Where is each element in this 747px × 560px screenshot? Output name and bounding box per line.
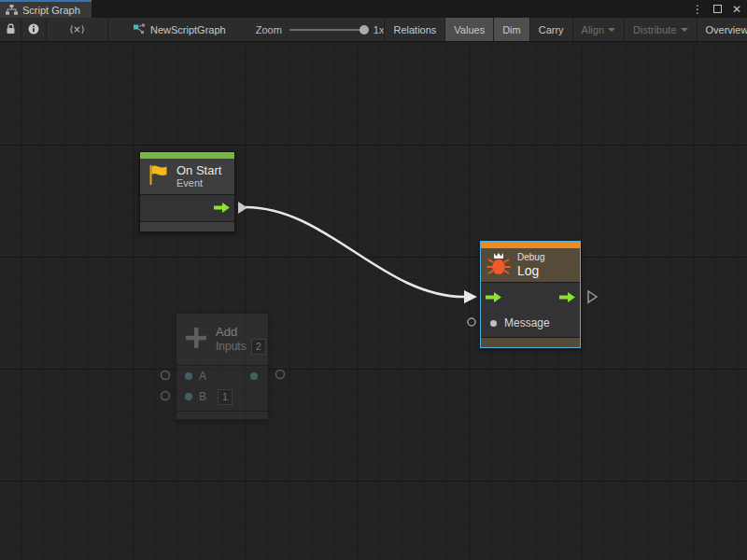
wire-arrowhead: [464, 290, 477, 303]
carry-toggle[interactable]: Carry: [529, 18, 572, 41]
on-start-footer: [140, 221, 234, 231]
tab-script-graph[interactable]: Script Graph: [0, 0, 92, 18]
code-icon: ⟨×⟩: [69, 24, 84, 35]
add-input-b-port[interactable]: [162, 392, 170, 400]
lock-icon: [6, 23, 16, 36]
close-icon[interactable]: ✕: [732, 4, 741, 15]
add-footer: [176, 411, 268, 419]
flag-icon: [146, 162, 170, 191]
on-start-accent-bar: [140, 152, 234, 159]
on-start-title: On Start: [176, 163, 221, 177]
overview-button[interactable]: Overview: [697, 18, 747, 41]
add-input-a-port[interactable]: [162, 371, 170, 380]
chevron-down-icon: [681, 28, 688, 32]
on-start-output-port[interactable]: [238, 202, 247, 214]
on-start-header[interactable]: On Start Event: [140, 159, 234, 194]
connection-wire[interactable]: [246, 207, 464, 297]
port-a-label: A: [199, 370, 206, 383]
add-inputs-count-field[interactable]: 2: [251, 339, 266, 355]
exec-output-arrow-icon[interactable]: [214, 200, 230, 217]
graph-reference[interactable]: NewScriptGraph: [133, 18, 226, 41]
debug-title: Log: [517, 263, 544, 278]
sum-output-dot[interactable]: [250, 372, 258, 380]
wire-layer: [0, 42, 747, 560]
debug-output-port[interactable]: [588, 291, 597, 302]
debug-accent-bar: [481, 242, 580, 248]
on-start-subtitle: Event: [176, 177, 221, 189]
message-label: Message: [504, 316, 550, 329]
bug-icon: [486, 250, 511, 280]
exec-input-arrow-icon[interactable]: [486, 289, 501, 306]
relations-toggle[interactable]: Relations: [384, 18, 444, 41]
zoom-value: 1x: [374, 24, 385, 35]
distribute-dropdown[interactable]: Distribute: [624, 18, 696, 41]
port-b-dot[interactable]: [185, 393, 192, 400]
align-dropdown[interactable]: Align: [572, 18, 624, 41]
edit-source-button[interactable]: ⟨×⟩: [47, 18, 108, 41]
chevron-down-icon: [608, 28, 615, 32]
window-menu-icon[interactable]: ⋮: [692, 4, 703, 15]
plus-icon: [184, 326, 208, 354]
tab-bar: Script Graph ⋮ ✕: [0, 0, 747, 18]
debug-header[interactable]: Debug Log: [481, 248, 580, 282]
zoom-slider[interactable]: [289, 29, 366, 31]
toolbar-toggles: Relations Values Dim Carry Align Distrib…: [384, 18, 747, 41]
add-output-port[interactable]: [276, 371, 285, 379]
zoom-label: Zoom: [256, 24, 282, 35]
dim-toggle[interactable]: Dim: [493, 18, 529, 41]
port-a-dot[interactable]: [185, 372, 192, 380]
debug-ports: Message: [481, 282, 580, 337]
exec-output-arrow-icon[interactable]: [559, 289, 575, 306]
lock-button[interactable]: [0, 18, 21, 41]
graph-toolbar: ⟨×⟩ NewScriptGraph Zoom 1x Relations Val…: [0, 18, 747, 42]
on-start-ports: [140, 194, 234, 221]
node-add[interactable]: Add Inputs 2 A B 1: [176, 313, 269, 420]
port-b-label: B: [199, 390, 206, 403]
debug-category: Debug: [517, 252, 544, 263]
message-port-dot[interactable]: [490, 320, 497, 327]
maximize-icon[interactable]: [713, 5, 722, 13]
values-toggle[interactable]: Values: [444, 18, 493, 41]
add-ports: A B 1: [176, 365, 268, 411]
info-icon: [28, 23, 39, 36]
node-on-start[interactable]: On Start Event: [139, 151, 235, 232]
graph-asset-icon: [133, 23, 146, 36]
graph-hierarchy-icon: [6, 2, 18, 19]
add-title: Add: [216, 325, 266, 339]
debug-footer: [481, 337, 580, 347]
debug-message-port[interactable]: [468, 318, 475, 326]
node-debug-log[interactable]: Debug Log: [480, 241, 581, 348]
graph-canvas[interactable]: On Start Event: [0, 42, 747, 560]
add-header[interactable]: Add Inputs 2: [176, 314, 268, 365]
script-graph-window: Script Graph ⋮ ✕: [0, 0, 747, 560]
window-controls: ⋮ ✕: [692, 0, 741, 18]
add-inputs-label: Inputs: [216, 340, 247, 353]
info-button[interactable]: [21, 18, 47, 41]
graph-name-label: NewScriptGraph: [150, 24, 226, 35]
port-b-value-field[interactable]: 1: [218, 389, 233, 405]
zoom-slider-handle[interactable]: [359, 25, 369, 35]
tab-title: Script Graph: [22, 5, 80, 16]
